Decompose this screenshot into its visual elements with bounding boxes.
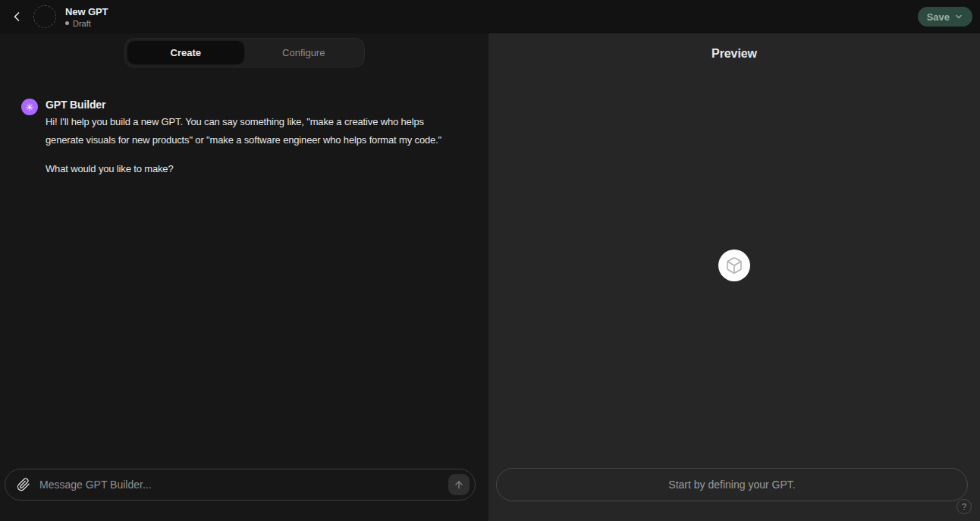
gpt-title: New GPT bbox=[65, 6, 108, 17]
top-bar: New GPT Draft Save bbox=[0, 0, 980, 33]
gpt-editor-window: New GPT Draft Save Create Configure bbox=[0, 0, 980, 521]
tab-switcher-wrap: Create Configure bbox=[0, 38, 488, 67]
main-content: Create Configure ✳ GPT Builder Hi! I'll … bbox=[0, 33, 980, 521]
save-button[interactable]: Save bbox=[918, 7, 972, 27]
tab-switcher: Create Configure bbox=[124, 38, 365, 67]
preview-panel: Preview Start by defining your GPT. ? bbox=[488, 33, 980, 521]
gpt-avatar-placeholder[interactable] bbox=[33, 5, 56, 28]
draft-label: Draft bbox=[73, 19, 91, 28]
chevron-left-icon bbox=[9, 9, 24, 24]
cube-icon bbox=[725, 256, 743, 275]
tab-configure[interactable]: Configure bbox=[245, 40, 363, 65]
assistant-message: ✳ GPT Builder Hi! I'll help you build a … bbox=[0, 67, 488, 178]
save-button-label: Save bbox=[927, 11, 950, 23]
gpt-title-group: New GPT Draft bbox=[65, 6, 108, 28]
help-icon: ? bbox=[962, 502, 966, 511]
assistant-name: GPT Builder bbox=[46, 97, 441, 113]
help-button[interactable]: ? bbox=[956, 499, 972, 514]
send-button[interactable] bbox=[448, 474, 470, 495]
status-badge: Draft bbox=[65, 19, 108, 28]
builder-panel: Create Configure ✳ GPT Builder Hi! I'll … bbox=[0, 33, 488, 521]
assistant-message-line: generate visuals for new products" or "m… bbox=[46, 131, 441, 149]
message-input[interactable] bbox=[39, 479, 441, 491]
chevron-down-icon bbox=[954, 12, 963, 21]
preview-title: Preview bbox=[488, 47, 980, 61]
assistant-message-question: What would you like to make? bbox=[46, 160, 441, 178]
assistant-message-body: GPT Builder Hi! I'll help you build a ne… bbox=[46, 97, 441, 178]
draft-dot-icon bbox=[65, 21, 69, 25]
back-button[interactable] bbox=[8, 8, 26, 26]
tab-create[interactable]: Create bbox=[127, 40, 246, 65]
preview-composer-hint: Start by defining your GPT. bbox=[668, 479, 795, 491]
preview-placeholder-circle bbox=[718, 250, 750, 281]
paperclip-icon bbox=[17, 478, 30, 491]
arrow-up-icon bbox=[453, 479, 465, 491]
assistant-message-line: Hi! I'll help you build a new GPT. You c… bbox=[46, 113, 441, 131]
openai-logo-icon: ✳ bbox=[21, 99, 38, 115]
preview-composer-disabled: Start by defining your GPT. bbox=[496, 468, 968, 501]
attach-button[interactable] bbox=[15, 476, 32, 493]
builder-chat: ✳ GPT Builder Hi! I'll help you build a … bbox=[0, 67, 488, 469]
message-composer bbox=[5, 469, 476, 501]
